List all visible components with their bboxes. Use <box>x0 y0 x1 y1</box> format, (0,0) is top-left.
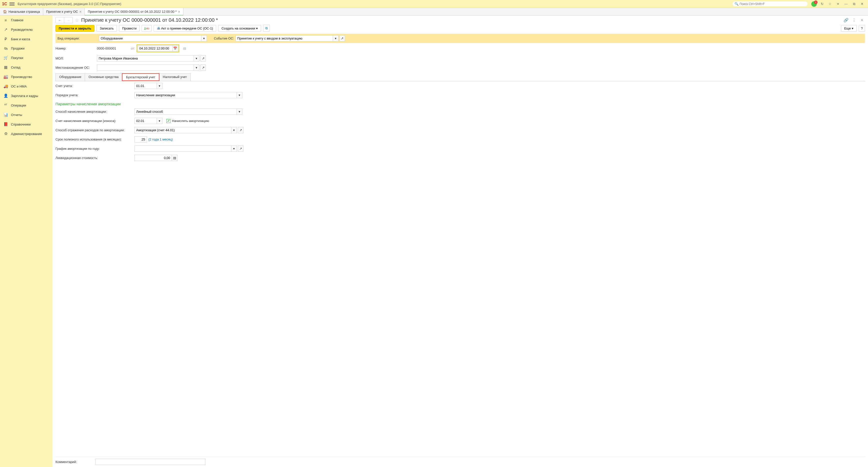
liquidation-field[interactable]: ▤ <box>134 155 177 161</box>
op-type-field[interactable]: ▾ <box>99 35 207 41</box>
account-field[interactable]: ▾ <box>134 83 162 89</box>
sidebar-item-bank[interactable]: ₽Банк и касса <box>0 34 53 44</box>
sidebar-label: Зарплата и кадры <box>11 94 38 98</box>
main-menu-icon[interactable] <box>9 2 14 5</box>
comment-row: Комментарий: <box>56 457 865 467</box>
save-button[interactable]: Записать <box>96 25 117 32</box>
open-ref-icon[interactable]: ↗ <box>238 127 243 133</box>
dropdown-icon[interactable]: ▾ <box>157 118 162 124</box>
tab-equipment[interactable]: Оборудование <box>56 73 85 81</box>
tab-accounting[interactable]: Бухгалтерский учет <box>122 73 159 81</box>
mol-input[interactable] <box>97 55 194 61</box>
liquidation-input[interactable] <box>134 155 172 161</box>
event-field[interactable]: ▾ ↗ <box>236 35 345 41</box>
search-input[interactable] <box>740 2 806 6</box>
sidebar-item-refs[interactable]: 📕Справочники <box>0 119 53 129</box>
sidebar-item-manager[interactable]: ↗Руководителю <box>0 25 53 34</box>
exp-method-row: Способ отражения расходов по амортизации… <box>56 125 865 135</box>
link-icon[interactable]: 🔗 <box>843 17 849 23</box>
more-button[interactable]: Еще ▾ <box>841 25 857 32</box>
sidebar-item-assets[interactable]: 🚚ОС и НМА <box>0 82 53 91</box>
sidebar-label: Склад <box>11 65 21 69</box>
dropdown-icon[interactable]: ▾ <box>202 35 207 41</box>
sidebar-item-reports[interactable]: 📊Отчеты <box>0 110 53 119</box>
open-ref-icon[interactable]: ↗ <box>200 64 206 71</box>
schedule-field[interactable]: ▾ ↗ <box>134 146 243 152</box>
dropdown-icon[interactable]: ▾ <box>237 109 242 115</box>
comment-input[interactable] <box>95 459 206 465</box>
exp-method-input[interactable] <box>134 127 231 133</box>
sidebar-label: Продажи <box>11 47 25 50</box>
dropdown-icon[interactable]: ▾ <box>237 92 242 98</box>
dropdown-icon[interactable]: ▾ <box>231 146 237 152</box>
tab-doc1[interactable]: Принятие к учету ОС × <box>43 8 85 15</box>
sidebar-label: Покупки <box>11 56 23 60</box>
open-ref-icon[interactable]: ↗ <box>200 55 206 61</box>
close-icon[interactable]: ✕ <box>859 1 865 7</box>
account-input[interactable] <box>134 83 157 89</box>
post-close-button[interactable]: Провести и закрыть <box>56 25 94 32</box>
history-icon[interactable]: ↻ <box>819 1 825 7</box>
maximize-icon[interactable]: ⧉ <box>851 1 857 7</box>
close-doc-icon[interactable]: × <box>859 17 865 23</box>
exp-method-field[interactable]: ▾ ↗ <box>134 127 243 133</box>
calc-dep-checkbox[interactable]: ✓ Начислять амортизацию <box>166 119 209 123</box>
location-field[interactable]: ▾ ↗ <box>97 64 206 71</box>
date-input[interactable] <box>138 46 173 51</box>
open-ref-icon[interactable]: ↗ <box>340 35 345 41</box>
dropdown-icon[interactable]: ▾ <box>333 35 339 41</box>
event-input[interactable] <box>236 35 333 41</box>
mol-row: МОЛ: ▾ ↗ <box>56 54 865 63</box>
tab-fixed-assets[interactable]: Основные средства <box>85 73 122 81</box>
structure-button[interactable]: ⧉ <box>263 25 270 32</box>
sidebar-item-admin[interactable]: ⚙Администрирование <box>0 129 53 139</box>
date-field[interactable]: 📅 <box>137 45 179 52</box>
location-input[interactable] <box>97 64 194 71</box>
minimize-icon[interactable]: — <box>843 1 849 7</box>
op-type-input[interactable] <box>99 35 202 41</box>
sidebar-item-warehouse[interactable]: ▦Склад <box>0 62 53 72</box>
print-button[interactable]: 🖶 Акт о приеме-передаче ОС (ОС-1) <box>154 25 216 32</box>
back-button[interactable]: ← <box>56 17 64 23</box>
sidebar-item-purchases[interactable]: 🛒Покупки <box>0 53 53 62</box>
dropdown-icon[interactable]: ▾ <box>231 127 237 133</box>
dropdown-icon[interactable]: ▾ <box>194 55 199 61</box>
tab-doc2[interactable]: Принятие к учету ОС 0000-000001 от 04.10… <box>85 8 183 15</box>
settings-icon[interactable]: ≡ <box>835 1 841 7</box>
method-input[interactable] <box>134 109 237 115</box>
sidebar-item-sales[interactable]: 🛍Продажи <box>0 44 53 53</box>
star-icon[interactable]: ☆ <box>75 17 79 23</box>
sidebar-item-payroll[interactable]: 👤Зарплата и кадры <box>0 91 53 100</box>
dtkt-button[interactable]: ДтКт <box>142 25 152 32</box>
open-ref-icon[interactable]: ↗ <box>238 146 243 152</box>
post-button[interactable]: Провести <box>119 25 140 32</box>
useful-life-input[interactable] <box>134 136 147 143</box>
tab-home[interactable]: 🏠 Начальная страница <box>0 8 43 15</box>
useful-life-hint[interactable]: (2 года 1 месяц) <box>148 138 173 141</box>
schedule-input[interactable] <box>134 146 231 152</box>
calendar-icon[interactable]: 📅 <box>173 46 178 51</box>
favorites-icon[interactable]: ☆ <box>827 1 833 7</box>
notifications-icon[interactable]: 2 <box>811 1 817 7</box>
search-box[interactable]: 🔍 <box>733 1 808 6</box>
calculator-icon[interactable]: ▤ <box>172 155 177 161</box>
forward-button[interactable]: → <box>64 17 72 23</box>
method-field[interactable]: ▾ <box>134 109 242 115</box>
procedure-field[interactable]: ▾ <box>134 92 242 98</box>
sidebar-item-operations[interactable]: ᴬᵀОперации <box>0 100 53 110</box>
dep-account-field[interactable]: ▾ <box>134 118 162 124</box>
sidebar-item-production[interactable]: 🏭Производство <box>0 72 53 82</box>
sidebar-item-main[interactable]: ≡Главное <box>0 16 53 25</box>
tab-doc1-close-icon[interactable]: × <box>80 10 82 14</box>
dropdown-icon[interactable]: ▾ <box>194 64 199 71</box>
tab-doc2-close-icon[interactable]: × <box>178 10 180 14</box>
dropdown-icon[interactable]: ▾ <box>157 83 162 89</box>
cart-icon: 🛒 <box>3 56 8 60</box>
procedure-input[interactable] <box>134 92 237 98</box>
help-button[interactable]: ? <box>859 25 865 32</box>
tab-tax[interactable]: Налоговый учет <box>159 73 191 81</box>
more-icon[interactable]: ⋮ <box>851 17 857 23</box>
mol-field[interactable]: ▾ ↗ <box>97 55 206 61</box>
dep-account-input[interactable] <box>134 118 157 124</box>
create-based-button[interactable]: Создать на основании ▾ <box>218 25 261 32</box>
